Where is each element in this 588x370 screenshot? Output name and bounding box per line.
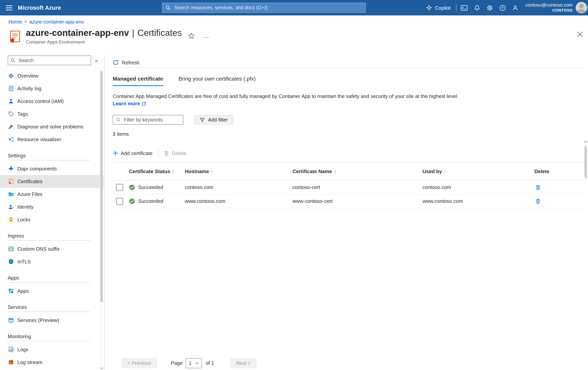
sidebar-search[interactable] (8, 56, 91, 65)
row-delete-button[interactable] (535, 198, 586, 204)
page-of-label: of 1 (206, 360, 214, 366)
global-search-input[interactable] (174, 5, 362, 11)
sidebar-scrollbar-thumb[interactable] (100, 71, 103, 302)
sidebar-item-label: Locks (17, 217, 31, 223)
divider (113, 67, 586, 68)
sidebar-item-access-control[interactable]: Access control (IAM) (0, 95, 104, 108)
refresh-button[interactable]: Refresh (113, 54, 155, 67)
page-select[interactable]: 1 (186, 358, 202, 368)
tab-managed-certificate[interactable]: Managed certificate (113, 76, 163, 86)
azure-brand[interactable]: Microsoft Azure (18, 5, 61, 11)
content-inner: Refresh Managed certificate Bring your o… (105, 54, 588, 370)
sidebar-item-resource-visualizer[interactable]: Resource visualizer (0, 133, 104, 146)
sidebar-item-locks[interactable]: Locks (0, 213, 104, 226)
plus-icon (113, 150, 118, 156)
more-actions-button[interactable]: ... (203, 34, 209, 38)
copilot-button[interactable]: Copilot (422, 0, 454, 15)
help-button[interactable]: ? (496, 0, 509, 15)
sidebar-item-label: Identity (17, 204, 33, 210)
column-label: Used by (422, 168, 442, 174)
identity-icon (8, 204, 14, 210)
sidebar-item-apps[interactable]: Apps (0, 285, 104, 297)
row-checkbox[interactable] (116, 184, 123, 191)
sidebar-item-azure-files[interactable]: Azure Files (0, 188, 104, 201)
certificates-icon (8, 178, 14, 185)
column-header-used-by[interactable]: Used by ↑ (422, 168, 534, 174)
next-page-button[interactable]: Next > (230, 358, 257, 368)
sidebar-item-label: Certificates (17, 179, 42, 184)
cloud-shell-button[interactable] (458, 0, 471, 15)
add-certificate-button[interactable]: Add certificate (113, 150, 153, 156)
learn-more-link[interactable]: Learn more (113, 100, 146, 107)
keyword-filter-input[interactable] (123, 117, 180, 123)
used-by-cell: contoso.com (422, 184, 534, 190)
sidebar-item-mtls[interactable]: mTLS (0, 255, 104, 268)
account-menu[interactable]: contoso@contoso.com CONTOSO (525, 2, 573, 13)
previous-page-button[interactable]: < Previous (122, 358, 157, 368)
breadcrumb-current-link[interactable]: azure-container-app-env (29, 19, 84, 24)
svg-text:?: ? (501, 6, 504, 10)
breadcrumb-home-link[interactable]: Home (9, 19, 22, 24)
sidebar-item-tags[interactable]: Tags (0, 108, 104, 120)
feedback-button[interactable] (509, 0, 522, 15)
locks-icon (8, 216, 14, 223)
copilot-label: Copilot (435, 5, 451, 10)
row-delete-button[interactable] (535, 184, 586, 190)
activity-log-icon (8, 85, 14, 92)
sidebar-item-diagnose[interactable]: Diagnose and solve problems (0, 120, 104, 133)
filter-row: Add filter (113, 115, 586, 124)
collapse-sidebar-button[interactable]: « (95, 57, 98, 63)
sidebar-item-label: Azure Files (17, 191, 42, 197)
global-search[interactable] (162, 3, 366, 13)
sidebar-item-identity[interactable]: Identity (0, 201, 104, 213)
column-header-certificate-status[interactable]: Certificate Status ↑ (129, 168, 185, 174)
sidebar-search-input[interactable] (18, 57, 88, 63)
resource-visualizer-icon (8, 136, 14, 143)
column-header-delete: Delete (534, 168, 586, 174)
favorite-star-icon[interactable] (188, 32, 195, 39)
hamburger-menu-button[interactable] (0, 0, 18, 15)
diagnose-icon (8, 123, 14, 130)
settings-button[interactable] (483, 0, 496, 15)
search-icon (116, 117, 121, 122)
table-body: Succeeded contoso.com contoso-cert conto… (113, 180, 586, 208)
keyword-filter[interactable] (113, 115, 183, 124)
sidebar-item-overview[interactable]: Overview (0, 69, 104, 82)
sidebar-item-certificates[interactable]: Certificates (0, 175, 104, 188)
add-filter-button[interactable]: Add filter (194, 115, 233, 124)
avatar[interactable] (576, 2, 587, 13)
overview-icon (8, 73, 14, 79)
apps-icon (8, 288, 14, 294)
sidebar-item-custom-dns-suffix[interactable]: Custom DNS suffix (0, 243, 104, 255)
azure-files-icon (8, 191, 14, 197)
help-icon: ? (499, 4, 506, 11)
scrollbar-up-arrow[interactable] (584, 140, 588, 143)
sort-arrow-icon: ↑ (172, 169, 174, 174)
page-header: azure-container-app-env | Certificates C… (0, 28, 588, 54)
column-header-hostname[interactable]: Hostname ↑ (185, 168, 293, 174)
column-header-certificate-name[interactable]: Certificate Name ↑ (293, 168, 422, 174)
notifications-button[interactable] (471, 0, 483, 15)
sidebar-item-logging-options[interactable]: Logging options (0, 369, 104, 370)
grid-toolbar: Add certificate Delete (113, 148, 586, 158)
description-line: Container App Managed Certificates are f… (113, 93, 458, 99)
row-checkbox[interactable] (116, 198, 123, 205)
chevron-down-icon[interactable] (100, 366, 103, 370)
sidebar-item-log-stream[interactable]: Log stream (0, 356, 104, 369)
main-scrollbar-thumb[interactable] (585, 146, 587, 178)
delete-button[interactable]: Delete (164, 150, 186, 156)
sidebar-item-services-preview[interactable]: Services (Preview) (0, 314, 104, 327)
sidebar-item-logs[interactable]: Logs (0, 343, 104, 356)
sidebar-item-activity-log[interactable]: Activity log (0, 82, 104, 95)
close-blade-button[interactable] (577, 32, 583, 37)
sidebar-item-label: Resource visualizer (17, 136, 61, 142)
certificate-page-icon (9, 30, 21, 43)
tab-bring-your-own-certificates[interactable]: Bring your own certificates (.pfx) (178, 76, 256, 86)
sidebar-item-label: Tags (17, 111, 28, 117)
sidebar-item-dapr-components[interactable]: Dapr components (0, 162, 104, 175)
certificate-name-cell: www-contoso-cert (293, 198, 422, 204)
table-row: Succeeded www.contoso.com www-contoso-ce… (113, 194, 586, 208)
sidebar-item-label: Activity log (17, 86, 41, 91)
divider (456, 4, 456, 11)
description-text: Container App Managed Certificates are f… (113, 93, 459, 107)
